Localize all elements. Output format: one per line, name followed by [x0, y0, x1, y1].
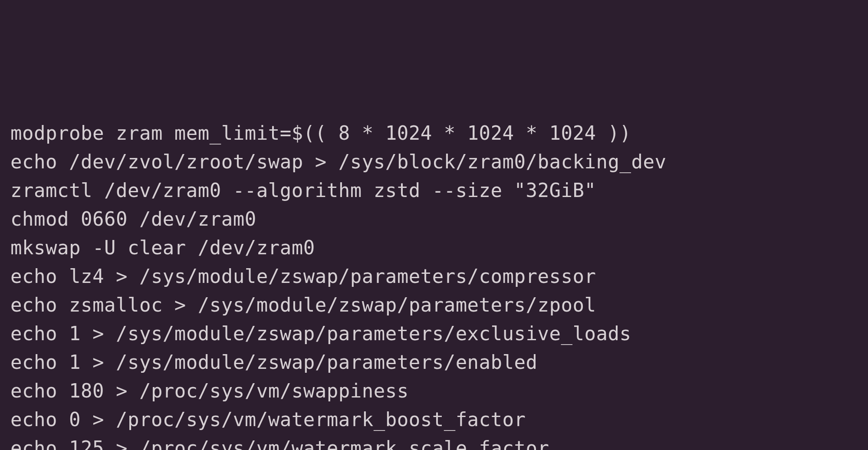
terminal-line: echo 180 > /proc/sys/vm/swappiness — [10, 377, 858, 405]
terminal-line: chmod 0660 /dev/zram0 — [10, 205, 858, 233]
terminal-line: modprobe zram mem_limit=$(( 8 * 1024 * 1… — [10, 119, 858, 148]
terminal-line: mkswap -U clear /dev/zram0 — [10, 233, 858, 262]
terminal-line: zramctl /dev/zram0 --algorithm zstd --si… — [10, 176, 858, 205]
terminal-line: echo lz4 > /sys/module/zswap/parameters/… — [10, 262, 858, 291]
terminal-output[interactable]: modprobe zram mem_limit=$(( 8 * 1024 * 1… — [10, 119, 858, 450]
terminal-line: echo /dev/zvol/zroot/swap > /sys/block/z… — [10, 148, 858, 176]
terminal-line: echo 125 > /proc/sys/vm/watermark_scale_… — [10, 434, 858, 450]
terminal-line: echo 0 > /proc/sys/vm/watermark_boost_fa… — [10, 405, 858, 434]
terminal-line: echo zsmalloc > /sys/module/zswap/parame… — [10, 291, 858, 319]
terminal-line: echo 1 > /sys/module/zswap/parameters/ex… — [10, 319, 858, 348]
terminal-line: echo 1 > /sys/module/zswap/parameters/en… — [10, 348, 858, 377]
